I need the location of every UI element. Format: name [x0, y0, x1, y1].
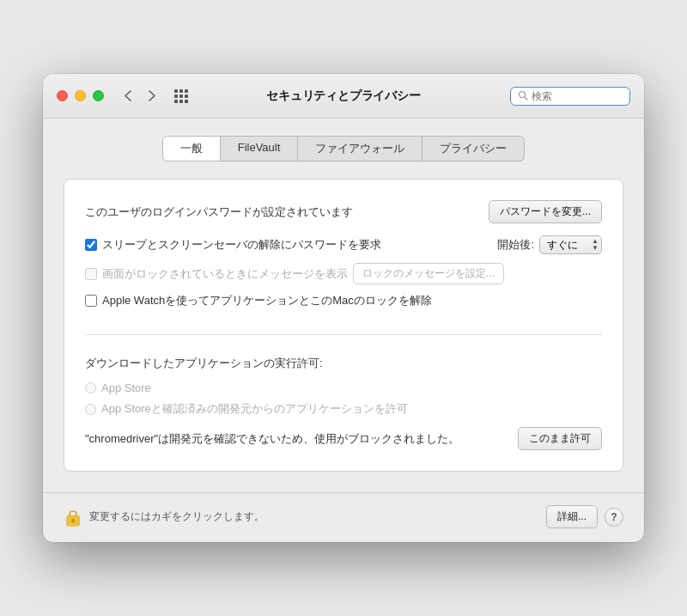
lock-icon[interactable] [64, 506, 82, 528]
sleep-screensaver-label: スリープとスクリーンセーバの解除にパスワードを要求 [102, 237, 381, 253]
tab-bar: 一般 FileVault ファイアウォール プライバシー [64, 136, 623, 162]
start-after-label: 開始後: [497, 237, 534, 253]
blocked-message: "chromedriver"は開発元を確認できないため、使用がブロックされました… [85, 431, 459, 447]
titlebar: セキュリティとプライバシー [43, 74, 644, 119]
apple-watch-label: Apple Watchを使ってアプリケーションとこのMacのロックを解除 [102, 293, 432, 308]
app-store-developers-radio-row: App Storeと確認済みの開発元からのアプリケーションを許可 [85, 401, 602, 417]
footer-left: 変更するにはカギをクリックします。 [64, 506, 264, 528]
footer-right: 詳細... ? [546, 505, 623, 528]
close-button[interactable] [57, 90, 68, 101]
search-icon [518, 90, 528, 102]
grid-icon [174, 89, 188, 103]
nav-buttons [118, 86, 162, 107]
search-box[interactable] [510, 87, 630, 106]
forward-button[interactable] [142, 86, 162, 107]
footer-lock-text: 変更するにはカギをクリックします。 [89, 509, 264, 524]
lock-message-row: 画面がロックされているときにメッセージを表示 ロックのメッセージを設定... [85, 263, 602, 284]
apple-watch-checkbox[interactable] [85, 295, 97, 307]
password-row: このユーザのログインパスワードが設定されています パスワードを変更... [85, 200, 602, 223]
sleep-screensaver-checkbox[interactable] [85, 239, 97, 251]
details-button[interactable]: 詳細... [546, 505, 598, 528]
app-store-radio[interactable] [85, 382, 96, 393]
allow-anyway-button[interactable]: このまま許可 [518, 427, 602, 450]
tab-privacy[interactable]: プライバシー [423, 136, 525, 162]
minimize-button[interactable] [75, 90, 86, 101]
lock-message-checkbox[interactable] [85, 268, 97, 280]
window-title: セキュリティとプライバシー [266, 88, 420, 104]
search-input[interactable] [532, 90, 623, 102]
app-store-developers-label: App Storeと確認済みの開発元からのアプリケーションを許可 [101, 401, 408, 417]
app-grid-button[interactable] [169, 84, 193, 108]
change-password-button[interactable]: パスワードを変更... [489, 200, 602, 223]
apple-watch-row: Apple Watchを使ってアプリケーションとこのMacのロックを解除 [85, 293, 602, 308]
svg-line-1 [525, 96, 527, 99]
svg-rect-3 [71, 518, 75, 522]
blocked-row: "chromedriver"は開発元を確認できないため、使用がブロックされました… [85, 427, 602, 450]
traffic-lights [57, 90, 104, 101]
content-area: 一般 FileVault ファイアウォール プライバシー このユーザのログインパ… [43, 119, 644, 492]
tab-filevault[interactable]: FileVault [221, 136, 299, 162]
system-preferences-window: セキュリティとプライバシー 一般 FileVault ファイアウォール [43, 74, 644, 542]
app-store-developers-radio[interactable] [85, 404, 96, 415]
maximize-button[interactable] [93, 90, 104, 101]
sleep-screensaver-row: スリープとスクリーンセーバの解除にパスワードを要求 開始後: すぐに 5分後 1… [85, 235, 602, 254]
back-button[interactable] [118, 86, 138, 107]
password-set-label: このユーザのログインパスワードが設定されています [85, 204, 353, 220]
help-button[interactable]: ? [605, 508, 623, 527]
password-section: このユーザのログインパスワードが設定されています パスワードを変更... スリー… [85, 200, 602, 335]
footer: 変更するにはカギをクリックします。 詳細... ? [43, 492, 644, 542]
download-section-title: ダウンロードしたアプリケーションの実行許可: [85, 356, 602, 371]
lock-message-label: 画面がロックされているときにメッセージを表示 [102, 266, 348, 282]
tab-general[interactable]: 一般 [162, 136, 221, 162]
start-after-select-wrapper: すぐに 5分後 10分後 30分後 1時間後 ▲▼ [539, 235, 602, 254]
app-store-label: App Store [101, 381, 151, 394]
start-after-controls: 開始後: すぐに 5分後 10分後 30分後 1時間後 ▲▼ [386, 235, 602, 254]
start-after-select[interactable]: すぐに 5分後 10分後 30分後 1時間後 [539, 235, 602, 254]
app-store-radio-row: App Store [85, 381, 602, 394]
download-section: ダウンロードしたアプリケーションの実行許可: App Store App Sto… [85, 352, 602, 450]
set-lock-message-button: ロックのメッセージを設定... [353, 263, 504, 284]
settings-panel: このユーザのログインパスワードが設定されています パスワードを変更... スリー… [64, 179, 623, 472]
tab-firewall[interactable]: ファイアウォール [298, 136, 423, 162]
